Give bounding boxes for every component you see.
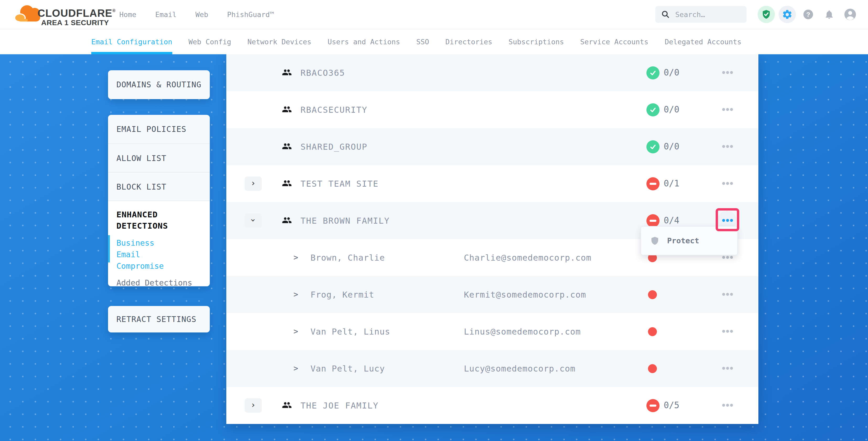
chevron-down-icon: › [249, 218, 257, 223]
row-actions-button[interactable] [722, 71, 733, 74]
shield-icon [650, 235, 659, 246]
expand-button[interactable]: › [245, 398, 262, 413]
row-actions-button[interactable] [722, 330, 733, 333]
tab-subscriptions[interactable]: Subscriptions [508, 29, 564, 54]
top-nav-web[interactable]: Web [195, 10, 208, 19]
sidebar-item-business-email-compromise[interactable]: Business Email Compromise [117, 237, 181, 272]
status-flagged-dot [648, 364, 657, 373]
sidebar-item-added-detections[interactable]: Added Detections [117, 277, 202, 289]
brand-name: CLOUDFLARE® [37, 7, 116, 19]
groups-panel: RBACO365 0/0 RBACSECURITY 0/0 [226, 54, 758, 424]
security-status-button[interactable] [757, 6, 775, 23]
group-name: THE BROWN FAMILY [301, 216, 390, 226]
chevron-right-icon: › [251, 179, 256, 187]
member-chevron-icon[interactable]: > [293, 364, 298, 373]
top-header: CLOUDFLARE® AREA 1 SECURITY Home Email W… [0, 0, 868, 29]
row-actions-button[interactable] [722, 404, 733, 407]
row-actions-button[interactable] [722, 145, 733, 148]
help-button[interactable]: ? [800, 6, 817, 23]
sidebar-item-retract-settings[interactable]: RETRACT SETTINGS [108, 306, 210, 333]
group-icon [282, 68, 292, 76]
notifications-button[interactable] [820, 6, 838, 23]
table-row-group[interactable]: RBACO365 0/0 [226, 54, 758, 91]
minus-icon [650, 183, 656, 185]
group-name: SHARED_GROUP [301, 142, 367, 152]
sidebar-item-email-policies[interactable]: EMAIL POLICIES [108, 115, 210, 144]
search-box[interactable] [655, 6, 747, 23]
status-flagged-dot [648, 290, 657, 299]
tab-network-devices[interactable]: Network Devices [247, 29, 311, 54]
search-icon [661, 10, 670, 19]
account-button[interactable] [841, 6, 859, 23]
protection-count: 0/0 [664, 104, 679, 115]
status-blocked-badge [646, 399, 659, 412]
group-icon [282, 216, 292, 224]
sidebar-item-allow-list[interactable]: ALLOW LIST [108, 144, 210, 172]
member-email: Lucy@somedemocorp.com [464, 364, 576, 374]
status-blocked-badge [646, 177, 659, 190]
status-flagged-dot [648, 327, 657, 336]
help-icon: ? [803, 9, 814, 20]
status-blocked-badge [646, 214, 659, 227]
tab-sso[interactable]: SSO [416, 29, 429, 54]
sidebar-item-enhanced-detections[interactable]: ENHANCED DETECTIONS [117, 209, 185, 231]
top-nav-home[interactable]: Home [119, 10, 136, 19]
row-actions-button[interactable] [722, 367, 733, 370]
table-row-group[interactable]: RBACSECURITY 0/0 [226, 91, 758, 128]
protection-count: 0/1 [664, 178, 679, 189]
collapse-button[interactable]: › [245, 213, 262, 228]
tab-web-config[interactable]: Web Config [189, 29, 231, 54]
table-row-member[interactable]: > Van Pelt, Linus Linus@somedemocorp.com [226, 313, 758, 350]
row-actions-button-active[interactable] [722, 219, 733, 222]
expand-button[interactable]: › [245, 177, 262, 191]
table-row-group[interactable]: › TEST TEAM SITE 0/1 [226, 165, 758, 202]
group-icon [282, 142, 292, 151]
sidebar-item-domains-routing[interactable]: DOMAINS & ROUTING [108, 70, 210, 99]
section-tabs: Email Configuration Web Config Network D… [0, 29, 868, 54]
menu-item-protect[interactable]: Protect [641, 226, 737, 255]
top-nav-email[interactable]: Email [155, 10, 177, 19]
table-row-group[interactable]: SHARED_GROUP 0/0 [226, 128, 758, 165]
tab-service-accounts[interactable]: Service Accounts [580, 29, 649, 54]
sidebar-card-email-policies: EMAIL POLICIES ALLOW LIST BLOCK LIST ENH… [108, 115, 210, 286]
registered-mark: ® [113, 8, 116, 13]
group-icon [282, 401, 292, 409]
chevron-right-icon: › [251, 401, 256, 409]
settings-button[interactable] [779, 6, 796, 23]
table-row-member[interactable]: > Van Pelt, Lucy Lucy@somedemocorp.com [226, 350, 758, 387]
row-actions-button[interactable] [722, 256, 733, 259]
protection-count: 0/5 [664, 400, 679, 410]
member-chevron-icon[interactable]: > [293, 327, 298, 336]
tab-directories[interactable]: Directories [445, 29, 492, 54]
row-actions-button[interactable] [722, 293, 733, 296]
member-chevron-icon[interactable]: > [293, 253, 298, 262]
group-icon [282, 105, 292, 114]
tab-email-configuration[interactable]: Email Configuration [91, 29, 172, 54]
row-actions-button[interactable] [722, 182, 733, 185]
group-name: TEST TEAM SITE [301, 179, 379, 189]
protection-count: 0/4 [664, 215, 679, 225]
svg-text:?: ? [806, 11, 810, 18]
member-name: Brown, Charlie [310, 253, 385, 263]
check-icon [649, 143, 657, 151]
check-icon [649, 106, 657, 114]
enhanced-detections-section: ENHANCED DETECTIONS Business Email Compr… [108, 200, 210, 286]
member-chevron-icon[interactable]: > [293, 290, 298, 299]
cloudflare-logo[interactable]: CLOUDFLARE® AREA 1 SECURITY [0, 0, 115, 29]
tab-users-and-actions[interactable]: Users and Actions [328, 29, 400, 54]
table-row-member[interactable]: > Frog, Kermit Kermit@somedemocorp.com [226, 276, 758, 313]
member-name: Van Pelt, Linus [310, 327, 390, 337]
tab-delegated-accounts[interactable]: Delegated Accounts [665, 29, 742, 54]
sidebar-card-retract-settings: RETRACT SETTINGS [108, 306, 210, 333]
top-nav-phishguard[interactable]: PhishGuard™ [227, 10, 274, 19]
row-actions-button[interactable] [722, 108, 733, 111]
table-row-group[interactable]: › THE JOE FAMILY 0/5 [226, 387, 758, 424]
sidebar-item-block-list[interactable]: BLOCK LIST [108, 172, 210, 200]
brand-subtitle: AREA 1 SECURITY [41, 19, 109, 27]
group-name: RBACO365 [301, 68, 345, 78]
search-input[interactable] [675, 10, 739, 19]
status-ok-badge [646, 66, 659, 80]
minus-icon [650, 220, 656, 222]
status-ok-badge [646, 140, 659, 153]
protection-count: 0/0 [664, 67, 679, 77]
